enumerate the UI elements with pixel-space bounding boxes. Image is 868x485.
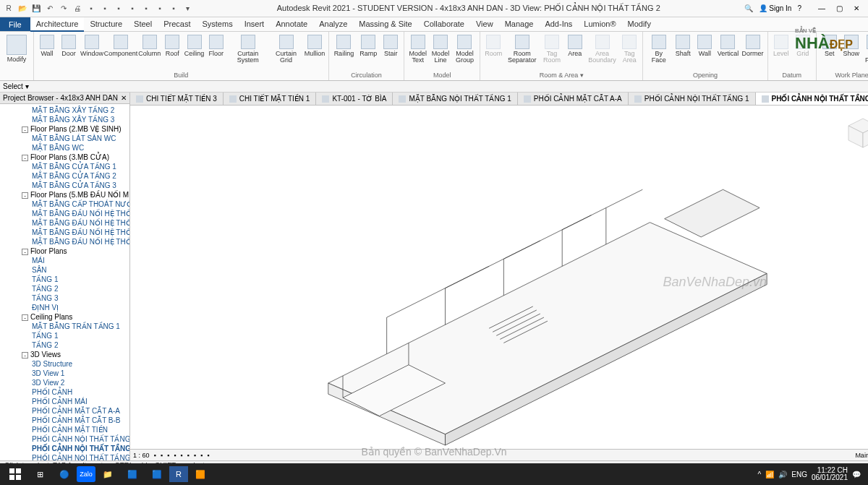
- notifications-icon[interactable]: 💬: [852, 471, 861, 478]
- tree-item[interactable]: PHỐI CẢNH NỘI THẤT TẦNG 3: [0, 453, 129, 460]
- tree-item[interactable]: TẦNG 2: [0, 284, 129, 293]
- menu-tab-massingsite[interactable]: Massing & Site: [353, 17, 417, 32]
- doc-tab[interactable]: PHỐI CẢNH NỘI THẤT TẦNG 1: [629, 93, 756, 105]
- ribbon-floor[interactable]: Floor: [206, 33, 226, 59]
- ribbon-model-line[interactable]: Model Line: [430, 33, 451, 65]
- vc-icon[interactable]: ▪: [194, 452, 196, 459]
- save-icon[interactable]: 💾: [30, 3, 42, 14]
- tree-item[interactable]: PHỐI CẢNH MÁI: [0, 397, 129, 406]
- zalo-icon[interactable]: Zalo: [77, 466, 95, 482]
- menu-tab-manage[interactable]: Manage: [499, 17, 540, 32]
- qat-dropdown-icon[interactable]: ▾: [182, 3, 193, 14]
- doc-tab[interactable]: CHI TIẾT MẶT TIỀN 1: [224, 93, 317, 105]
- tree-item[interactable]: MẶT BẰNG TRẦN TẦNG 1: [0, 322, 129, 331]
- main-model-label[interactable]: Main Model: [855, 452, 868, 459]
- tree-item[interactable]: MÁI: [0, 256, 129, 265]
- doc-tab[interactable]: PHỐI CẢNH MẶT CẮT A-A: [518, 93, 629, 105]
- signin-button[interactable]: 👤 Sign In: [759, 4, 792, 12]
- tree-item[interactable]: TẦNG 1: [0, 275, 129, 284]
- ribbon-wall[interactable]: Wall: [694, 33, 715, 59]
- tree-item[interactable]: PHỐI CẢNH NỘI THẤT TẦNG 2: [0, 444, 129, 453]
- tree-item[interactable]: -Floor Plans (2.MB VỆ SINH): [0, 124, 129, 134]
- open-icon[interactable]: 📂: [17, 3, 28, 14]
- vc-icon[interactable]: ▪: [167, 452, 169, 459]
- start-button[interactable]: [3, 465, 27, 484]
- menu-tab-structure[interactable]: Structure: [84, 17, 128, 32]
- minimize-button[interactable]: —: [813, 1, 830, 16]
- menu-tab-collaborate[interactable]: Collaborate: [418, 17, 470, 32]
- menu-tab-addins[interactable]: Add-Ins: [539, 17, 578, 32]
- ribbon-wall[interactable]: Wall: [37, 33, 57, 59]
- ribbon-window[interactable]: Window: [80, 33, 103, 59]
- tree-item[interactable]: TẦNG 2: [0, 340, 129, 350]
- doc-tab[interactable]: PHỐI CẢNH NỘI THẤT TẦNG 2✕: [756, 93, 868, 105]
- qat-icon[interactable]: ▪: [127, 3, 138, 14]
- tree-item[interactable]: -Ceiling Plans: [0, 312, 129, 322]
- qat-icon[interactable]: ▪: [140, 3, 152, 14]
- ribbon-room-separator[interactable]: Room Separator: [505, 33, 539, 65]
- menu-tab-analyze[interactable]: Analyze: [313, 17, 353, 32]
- tree-item[interactable]: MẶT BẰNG ĐẦU NỐI HỆ THỐNG THOA: [0, 218, 129, 228]
- menu-tab-modify[interactable]: Modify: [622, 17, 657, 32]
- menu-tab-precast[interactable]: Precast: [158, 17, 196, 32]
- ribbon-model-group[interactable]: Model Group: [453, 33, 477, 65]
- doc-tab[interactable]: MẶT BẰNG NỘI THẤT TẦNG 1: [393, 93, 517, 105]
- ribbon-shaft[interactable]: Shaft: [673, 33, 693, 59]
- tree-item[interactable]: PHỐI CẢNH MẶT TIỀN: [0, 425, 129, 434]
- ribbon-curtain-grid[interactable]: Curtain Grid: [270, 33, 303, 65]
- tree-item[interactable]: -Floor Plans (3.MB CỬA): [0, 153, 129, 162]
- doc-tab[interactable]: CHI TIẾT MẶT TIỀN 3: [130, 93, 224, 105]
- menu-tab-view[interactable]: View: [470, 17, 499, 32]
- tree-item[interactable]: MẶT BẰNG WC: [0, 143, 129, 153]
- tree-item[interactable]: MẶT BẰNG LÁT SÀN WC: [0, 134, 129, 143]
- vc-icon[interactable]: ▪: [180, 452, 182, 459]
- taskbar-app-icon[interactable]: 🟦: [145, 465, 169, 484]
- ribbon-curtain-system[interactable]: Curtain System: [228, 33, 268, 65]
- ribbon-railing[interactable]: Railing: [332, 33, 357, 59]
- menu-tab-annotate[interactable]: Annotate: [270, 17, 313, 32]
- project-tree[interactable]: MẶT BẰNG XÂY TẦNG 2MẶT BẰNG XÂY TẦNG 3-F…: [0, 104, 129, 460]
- volume-icon[interactable]: 🔊: [778, 471, 787, 478]
- tree-item[interactable]: MẶT BẰNG ĐẦU NỐI HỆ THỐNG ĐIỆN: [0, 237, 129, 246]
- tray-icon[interactable]: ^: [758, 471, 762, 478]
- view-cube[interactable]: [841, 113, 868, 156]
- vc-icon[interactable]: ▪: [161, 452, 163, 459]
- explorer-icon[interactable]: 📁: [95, 465, 120, 484]
- ribbon-model-text[interactable]: Model Text: [407, 33, 428, 65]
- tree-item[interactable]: SÂN: [0, 265, 129, 275]
- ribbon-roof[interactable]: Roof: [162, 33, 182, 59]
- tree-item[interactable]: PHỐI CẢNH MẶT CẮT B-B: [0, 416, 129, 425]
- doc-tab[interactable]: KT-001 - TỜ BÌA: [316, 93, 393, 105]
- canvas-3d-view[interactable]: [130, 106, 868, 449]
- lang-indicator[interactable]: ENG: [791, 471, 807, 478]
- qat-icon[interactable]: ▪: [154, 3, 166, 14]
- file-tab[interactable]: File: [0, 17, 30, 31]
- ribbon-stair[interactable]: Stair: [380, 33, 401, 59]
- tree-item[interactable]: ĐỊNH VỊ: [0, 303, 129, 312]
- menu-tab-steel[interactable]: Steel: [128, 17, 158, 32]
- tree-item[interactable]: 3D View 2: [0, 378, 129, 387]
- ribbon-by-face[interactable]: By Face: [646, 33, 671, 65]
- tree-item[interactable]: -3D Views: [0, 350, 129, 359]
- ribbon-modify[interactable]: Modify: [3, 33, 30, 64]
- tree-item[interactable]: MẶT BẰNG CẤP THOÁT NƯỚC MÁI: [0, 199, 129, 209]
- help-icon[interactable]: ?: [797, 4, 801, 12]
- panel-close-icon[interactable]: ✕: [121, 94, 127, 102]
- tree-item[interactable]: PHỐI CẢNH NỘI THẤT TẦNG 1: [0, 434, 129, 444]
- task-view-icon[interactable]: ⊞: [27, 465, 52, 484]
- undo-icon[interactable]: ↶: [44, 3, 56, 14]
- taskbar-app-icon[interactable]: 🟧: [188, 465, 213, 484]
- vc-icon[interactable]: ▪: [174, 452, 176, 459]
- tree-item[interactable]: MẶT BẰNG ĐẦU NỐI HỆ THỐNG THÔN: [0, 228, 129, 237]
- qat-icon[interactable]: ▪: [168, 3, 179, 14]
- ribbon-mullion[interactable]: Mullion: [304, 33, 325, 59]
- taskbar-app-icon[interactable]: 🟦: [120, 465, 145, 484]
- qat-icon[interactable]: ▪: [113, 3, 124, 14]
- ribbon-door[interactable]: Door: [59, 33, 79, 59]
- select-dropdown[interactable]: Select ▾: [3, 82, 29, 90]
- search-icon[interactable]: 🔍: [744, 4, 753, 12]
- tree-item[interactable]: PHỐI CẢNH: [0, 387, 129, 397]
- menu-tab-insert[interactable]: Insert: [239, 17, 271, 32]
- vc-icon[interactable]: ▪: [187, 452, 190, 459]
- qat-icon[interactable]: ▪: [85, 3, 97, 14]
